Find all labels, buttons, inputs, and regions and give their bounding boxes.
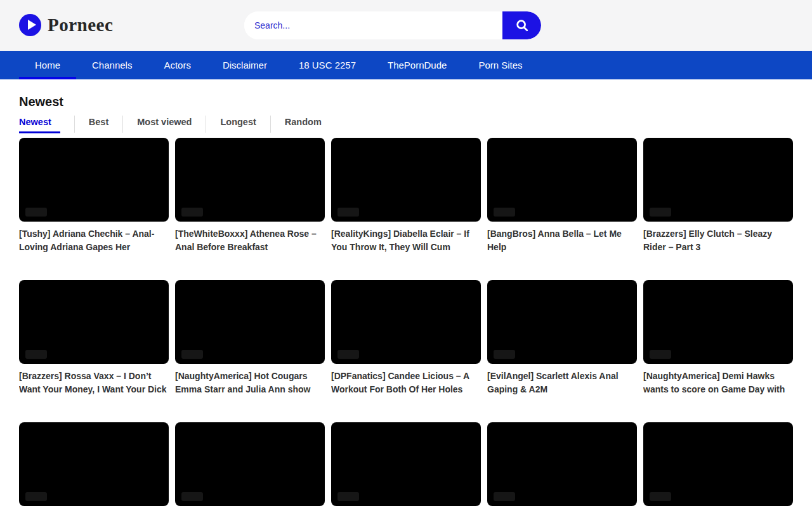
video-title[interactable]: [DPFanatics] Candee Licious – A Workout … bbox=[331, 370, 481, 396]
play-icon bbox=[19, 14, 41, 36]
nav-item-disclaimer[interactable]: Disclaimer bbox=[207, 51, 283, 79]
tab-best[interactable]: Best bbox=[74, 116, 122, 133]
video-thumbnail[interactable] bbox=[19, 280, 169, 364]
duration-badge bbox=[181, 350, 203, 359]
video-card bbox=[331, 422, 481, 506]
tab-longest[interactable]: Longest bbox=[206, 116, 270, 133]
video-thumbnail[interactable] bbox=[19, 138, 169, 222]
video-thumbnail[interactable] bbox=[331, 138, 481, 222]
duration-badge bbox=[337, 208, 359, 217]
duration-badge bbox=[25, 350, 47, 359]
video-thumbnail[interactable] bbox=[487, 422, 637, 506]
nav-item-porn-sites[interactable]: Porn Sites bbox=[462, 51, 538, 79]
nav-item-18-usc-2257[interactable]: 18 USC 2257 bbox=[283, 51, 372, 79]
video-card bbox=[175, 422, 325, 506]
duration-badge bbox=[181, 208, 203, 217]
video-card bbox=[487, 422, 637, 506]
duration-badge bbox=[337, 492, 359, 501]
search-form bbox=[244, 11, 541, 39]
video-title[interactable]: [NaughtyAmerica] Hot Cougars Emma Starr … bbox=[175, 370, 325, 396]
search-icon bbox=[515, 18, 529, 32]
duration-badge bbox=[650, 492, 671, 501]
video-card: [EvilAngel] Scarlett Alexis Anal Gaping … bbox=[487, 280, 637, 396]
video-thumbnail[interactable] bbox=[19, 422, 169, 506]
duration-badge bbox=[337, 350, 359, 359]
duration-badge bbox=[494, 208, 515, 217]
video-card: [Tushy] Adriana Chechik – Anal-Loving Ad… bbox=[19, 138, 169, 254]
search-input[interactable] bbox=[244, 11, 502, 39]
site-logo[interactable]: Porneec bbox=[19, 14, 113, 36]
video-grid: [Tushy] Adriana Chechik – Anal-Loving Ad… bbox=[19, 138, 793, 506]
page-title: Newest bbox=[19, 94, 793, 109]
video-card: [NaughtyAmerica] Demi Hawks wants to sco… bbox=[643, 280, 793, 396]
search-button[interactable] bbox=[502, 11, 541, 39]
video-card: [BangBros] Anna Bella – Let Me Help bbox=[487, 138, 637, 254]
site-logo-text: Porneec bbox=[48, 15, 113, 36]
video-thumbnail[interactable] bbox=[331, 280, 481, 364]
video-title[interactable]: [Brazzers] Rossa Vaxx – I Don’t Want You… bbox=[19, 370, 169, 396]
tab-label: Longest bbox=[220, 117, 256, 127]
nav-item-actors[interactable]: Actors bbox=[148, 51, 207, 79]
video-card: [TheWhiteBoxxx] Athenea Rose – Anal Befo… bbox=[175, 138, 325, 254]
video-thumbnail[interactable] bbox=[175, 422, 325, 506]
site-header: Porneec bbox=[0, 0, 812, 51]
video-title[interactable]: [BangBros] Anna Bella – Let Me Help bbox=[487, 227, 637, 254]
video-title[interactable]: [Brazzers] Elly Clutch – Sleazy Rider – … bbox=[643, 227, 793, 254]
duration-badge bbox=[494, 350, 515, 359]
video-thumbnail[interactable] bbox=[643, 138, 793, 222]
video-title[interactable]: [Tushy] Adriana Chechik – Anal-Loving Ad… bbox=[19, 227, 169, 254]
video-card bbox=[643, 422, 793, 506]
tab-label: Newest bbox=[19, 117, 60, 133]
duration-badge bbox=[25, 492, 47, 501]
video-title[interactable]: [RealityKings] Diabella Eclair – If You … bbox=[331, 227, 481, 254]
nav-item-home[interactable]: Home bbox=[19, 51, 76, 79]
video-card: [NaughtyAmerica] Hot Cougars Emma Starr … bbox=[175, 280, 325, 396]
video-thumbnail[interactable] bbox=[175, 138, 325, 222]
video-card: [DPFanatics] Candee Licious – A Workout … bbox=[331, 280, 481, 396]
sort-tabs: NewestBestMost viewedLongestRandom bbox=[19, 116, 793, 133]
duration-badge bbox=[650, 208, 671, 217]
video-card bbox=[19, 422, 169, 506]
main-nav: HomeChannelsActorsDisclaimer18 USC 2257T… bbox=[0, 51, 812, 79]
video-thumbnail[interactable] bbox=[487, 138, 637, 222]
tab-label: Random bbox=[285, 117, 322, 127]
tab-most-viewed[interactable]: Most viewed bbox=[122, 116, 206, 133]
duration-badge bbox=[25, 208, 47, 217]
tab-label: Best bbox=[89, 117, 108, 127]
video-title[interactable]: [NaughtyAmerica] Demi Hawks wants to sco… bbox=[643, 370, 793, 396]
duration-badge bbox=[494, 492, 515, 501]
nav-list: HomeChannelsActorsDisclaimer18 USC 2257T… bbox=[19, 51, 812, 79]
tab-label: Most viewed bbox=[137, 117, 192, 127]
video-thumbnail[interactable] bbox=[643, 422, 793, 506]
nav-item-channels[interactable]: Channels bbox=[76, 51, 148, 79]
tab-newest[interactable]: Newest bbox=[19, 116, 74, 133]
video-thumbnail[interactable] bbox=[331, 422, 481, 506]
duration-badge bbox=[650, 350, 671, 359]
video-thumbnail[interactable] bbox=[175, 280, 325, 364]
duration-badge bbox=[181, 492, 203, 501]
video-title[interactable]: [TheWhiteBoxxx] Athenea Rose – Anal Befo… bbox=[175, 227, 325, 254]
video-thumbnail[interactable] bbox=[487, 280, 637, 364]
video-card: [Brazzers] Rossa Vaxx – I Don’t Want You… bbox=[19, 280, 169, 396]
video-title[interactable]: [EvilAngel] Scarlett Alexis Anal Gaping … bbox=[487, 370, 637, 396]
video-card: [Brazzers] Elly Clutch – Sleazy Rider – … bbox=[643, 138, 793, 254]
nav-item-theporndude[interactable]: ThePornDude bbox=[372, 51, 462, 79]
video-card: [RealityKings] Diabella Eclair – If You … bbox=[331, 138, 481, 254]
main-content: Newest NewestBestMost viewedLongestRando… bbox=[19, 94, 793, 506]
tab-random[interactable]: Random bbox=[270, 116, 336, 133]
video-thumbnail[interactable] bbox=[643, 280, 793, 364]
